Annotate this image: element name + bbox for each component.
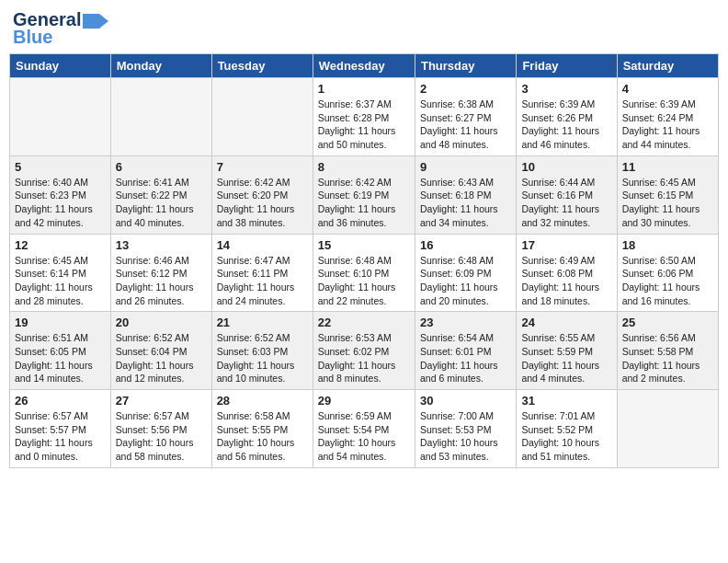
calendar-cell: 3Sunrise: 6:39 AM Sunset: 6:26 PM Daylig…: [517, 78, 617, 156]
calendar-cell: 17Sunrise: 6:49 AM Sunset: 6:08 PM Dayli…: [517, 234, 617, 312]
calendar-cell: 24Sunrise: 6:55 AM Sunset: 5:59 PM Dayli…: [517, 312, 617, 390]
calendar-cell: 25Sunrise: 6:56 AM Sunset: 5:58 PM Dayli…: [617, 312, 718, 390]
day-number: 8: [318, 160, 410, 174]
day-info: Sunrise: 6:42 AM Sunset: 6:19 PM Dayligh…: [318, 176, 410, 230]
day-info: Sunrise: 6:52 AM Sunset: 6:04 PM Dayligh…: [116, 331, 207, 385]
day-info: Sunrise: 6:43 AM Sunset: 6:18 PM Dayligh…: [420, 176, 511, 230]
calendar-cell: 16Sunrise: 6:48 AM Sunset: 6:09 PM Dayli…: [415, 234, 516, 312]
calendar-cell: 22Sunrise: 6:53 AM Sunset: 6:02 PM Dayli…: [313, 312, 415, 390]
calendar-cell: 2Sunrise: 6:38 AM Sunset: 6:27 PM Daylig…: [415, 78, 516, 156]
day-number: 5: [15, 160, 106, 174]
calendar-cell: 10Sunrise: 6:44 AM Sunset: 6:16 PM Dayli…: [517, 155, 617, 234]
day-number: 21: [217, 316, 308, 329]
day-number: 10: [521, 160, 611, 174]
day-info: Sunrise: 6:38 AM Sunset: 6:27 PM Dayligh…: [420, 98, 511, 152]
day-number: 7: [217, 160, 308, 174]
day-number: 16: [420, 238, 511, 252]
calendar-cell: 31Sunrise: 7:01 AM Sunset: 5:52 PM Dayli…: [517, 390, 617, 468]
day-info: Sunrise: 6:47 AM Sunset: 6:11 PM Dayligh…: [217, 254, 308, 308]
day-number: 15: [318, 238, 410, 252]
day-number: 20: [116, 316, 207, 329]
calendar-cell: [211, 78, 313, 156]
calendar-cell: 30Sunrise: 7:00 AM Sunset: 5:53 PM Dayli…: [415, 390, 516, 468]
calendar-cell: 27Sunrise: 6:57 AM Sunset: 5:56 PM Dayli…: [110, 390, 211, 468]
day-number: 4: [622, 82, 713, 96]
day-info: Sunrise: 6:49 AM Sunset: 6:08 PM Dayligh…: [521, 254, 611, 308]
day-info: Sunrise: 6:39 AM Sunset: 6:24 PM Dayligh…: [622, 98, 713, 152]
day-info: Sunrise: 6:41 AM Sunset: 6:22 PM Dayligh…: [116, 176, 207, 230]
header-thursday: Thursday: [415, 54, 516, 78]
header-saturday: Saturday: [617, 54, 718, 78]
calendar-cell: 4Sunrise: 6:39 AM Sunset: 6:24 PM Daylig…: [617, 78, 718, 156]
day-number: 25: [622, 316, 713, 329]
logo: General Blue: [13, 9, 108, 48]
day-info: Sunrise: 6:50 AM Sunset: 6:06 PM Dayligh…: [622, 254, 713, 308]
calendar-cell: 5Sunrise: 6:40 AM Sunset: 6:23 PM Daylig…: [10, 155, 111, 234]
day-number: 22: [318, 316, 410, 329]
day-info: Sunrise: 6:51 AM Sunset: 6:05 PM Dayligh…: [15, 331, 106, 385]
day-info: Sunrise: 6:45 AM Sunset: 6:15 PM Dayligh…: [622, 176, 713, 230]
day-number: 6: [116, 160, 207, 174]
day-info: Sunrise: 6:59 AM Sunset: 5:54 PM Dayligh…: [318, 409, 410, 464]
calendar-cell: 9Sunrise: 6:43 AM Sunset: 6:18 PM Daylig…: [415, 155, 516, 234]
day-info: Sunrise: 6:39 AM Sunset: 6:26 PM Dayligh…: [521, 98, 611, 152]
calendar-cell: 28Sunrise: 6:58 AM Sunset: 5:55 PM Dayli…: [211, 390, 313, 468]
header-wednesday: Wednesday: [313, 54, 415, 78]
day-number: 18: [622, 238, 713, 252]
calendar-table: SundayMondayTuesdayWednesdayThursdayFrid…: [9, 53, 719, 468]
day-info: Sunrise: 6:55 AM Sunset: 5:59 PM Dayligh…: [521, 331, 611, 385]
day-number: 26: [15, 394, 106, 408]
page-header: General Blue: [9, 9, 719, 48]
header-friday: Friday: [517, 54, 617, 78]
day-info: Sunrise: 6:54 AM Sunset: 6:01 PM Dayligh…: [420, 331, 511, 385]
calendar-cell: 20Sunrise: 6:52 AM Sunset: 6:04 PM Dayli…: [110, 312, 211, 390]
calendar-week-row: 12Sunrise: 6:45 AM Sunset: 6:14 PM Dayli…: [10, 234, 719, 312]
calendar-cell: 29Sunrise: 6:59 AM Sunset: 5:54 PM Dayli…: [313, 390, 415, 468]
calendar-cell: 8Sunrise: 6:42 AM Sunset: 6:19 PM Daylig…: [313, 155, 415, 234]
day-info: Sunrise: 6:52 AM Sunset: 6:03 PM Dayligh…: [217, 331, 308, 385]
day-number: 24: [521, 316, 611, 329]
day-info: Sunrise: 6:40 AM Sunset: 6:23 PM Dayligh…: [15, 176, 106, 230]
day-number: 31: [521, 394, 611, 408]
day-info: Sunrise: 6:58 AM Sunset: 5:55 PM Dayligh…: [217, 409, 308, 464]
calendar-week-row: 5Sunrise: 6:40 AM Sunset: 6:23 PM Daylig…: [10, 155, 719, 234]
day-info: Sunrise: 6:37 AM Sunset: 6:28 PM Dayligh…: [318, 98, 410, 152]
calendar-week-row: 19Sunrise: 6:51 AM Sunset: 6:05 PM Dayli…: [10, 312, 719, 390]
day-info: Sunrise: 6:42 AM Sunset: 6:20 PM Dayligh…: [217, 176, 308, 230]
day-number: 3: [521, 82, 611, 96]
day-info: Sunrise: 6:53 AM Sunset: 6:02 PM Dayligh…: [318, 331, 410, 385]
day-number: 17: [521, 238, 611, 252]
calendar-cell: 12Sunrise: 6:45 AM Sunset: 6:14 PM Dayli…: [10, 234, 111, 312]
day-info: Sunrise: 6:46 AM Sunset: 6:12 PM Dayligh…: [116, 254, 207, 308]
day-number: 28: [217, 394, 308, 408]
day-number: 2: [420, 82, 511, 96]
calendar-week-row: 1Sunrise: 6:37 AM Sunset: 6:28 PM Daylig…: [10, 78, 719, 156]
day-number: 23: [420, 316, 511, 329]
day-number: 12: [15, 238, 106, 252]
calendar-cell: 21Sunrise: 6:52 AM Sunset: 6:03 PM Dayli…: [211, 312, 313, 390]
day-number: 29: [318, 394, 410, 408]
svg-marker-0: [83, 14, 108, 29]
day-number: 9: [420, 160, 511, 174]
day-number: 27: [116, 394, 207, 408]
calendar-cell: [617, 390, 718, 468]
day-number: 19: [15, 316, 106, 329]
calendar-header-row: SundayMondayTuesdayWednesdayThursdayFrid…: [10, 54, 719, 78]
day-number: 30: [420, 394, 511, 408]
calendar-cell: 7Sunrise: 6:42 AM Sunset: 6:20 PM Daylig…: [211, 155, 313, 234]
calendar-cell: [110, 78, 211, 156]
day-info: Sunrise: 7:00 AM Sunset: 5:53 PM Dayligh…: [420, 409, 511, 464]
day-number: 13: [116, 238, 207, 252]
logo-blue: Blue: [13, 27, 52, 48]
day-info: Sunrise: 6:44 AM Sunset: 6:16 PM Dayligh…: [521, 176, 611, 230]
header-monday: Monday: [110, 54, 211, 78]
day-info: Sunrise: 6:48 AM Sunset: 6:09 PM Dayligh…: [420, 254, 511, 308]
day-info: Sunrise: 7:01 AM Sunset: 5:52 PM Dayligh…: [521, 409, 611, 464]
header-tuesday: Tuesday: [211, 54, 313, 78]
day-number: 14: [217, 238, 308, 252]
calendar-cell: 15Sunrise: 6:48 AM Sunset: 6:10 PM Dayli…: [313, 234, 415, 312]
calendar-cell: 23Sunrise: 6:54 AM Sunset: 6:01 PM Dayli…: [415, 312, 516, 390]
day-info: Sunrise: 6:57 AM Sunset: 5:56 PM Dayligh…: [116, 409, 207, 464]
calendar-cell: [10, 78, 111, 156]
calendar-cell: 18Sunrise: 6:50 AM Sunset: 6:06 PM Dayli…: [617, 234, 718, 312]
